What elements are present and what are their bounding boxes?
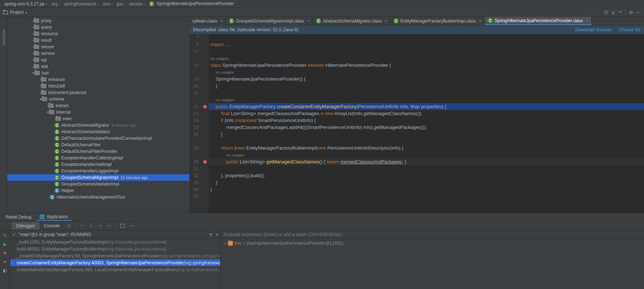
- tree-folder[interactable]: result: [7, 37, 189, 44]
- frame-row[interactable]: _build:1250, EntityManagerFactoryBuilder…: [10, 239, 220, 245]
- restart-frame-icon[interactable]: ↻: [11, 260, 15, 265]
- tree-folder[interactable]: extract: [7, 102, 189, 109]
- tree-class[interactable]: CExceptionHandlerCollectingImpl: [7, 155, 189, 161]
- tree-folder[interactable]: query: [7, 24, 189, 30]
- frame-row[interactable]: _createEntityManagerFactory:58, SpringHi…: [10, 252, 220, 259]
- tree-class-selected[interactable]: CGroupedSchemaMigratorImpl11 minutes ago: [7, 174, 189, 181]
- editor-tab[interactable]: CEntityManagerFactoryBuilderImpl.class×: [391, 17, 485, 25]
- collapse-all-icon[interactable]: [617, 9, 624, 16]
- mute-breakpoints-icon[interactable]: ◐: [2, 267, 8, 273]
- tree-folder[interactable]: internal: [7, 109, 189, 115]
- variable-row[interactable]: › ≡ this = {SpringHibernateJpaPersistenc…: [223, 240, 642, 247]
- svg-rect-0: [3, 11, 8, 14]
- expand-all-icon[interactable]: [610, 9, 617, 16]
- threads-icon[interactable]: [65, 222, 73, 230]
- tree-class[interactable]: CAbstractSchemaValidator: [7, 129, 189, 135]
- frame-row[interactable]: createNativeEntityManagerFactory:365, Lo…: [10, 266, 220, 273]
- breakpoint-icon[interactable]: [203, 105, 207, 109]
- tree-class[interactable]: CExceptionHandlerHaltImpl: [7, 161, 189, 168]
- filter-icon[interactable]: ▼: [209, 232, 213, 237]
- gear-icon[interactable]: [627, 9, 635, 16]
- structure-tool-label[interactable]: Structure: [1, 29, 6, 45]
- close-icon[interactable]: ×: [479, 18, 482, 24]
- evaluate-icon[interactable]: [119, 222, 127, 230]
- step-over-icon[interactable]: [78, 222, 86, 230]
- tree-twisty[interactable]: ›: [223, 241, 228, 246]
- breadcrumb-jar[interactable]: spring-orm-5.3.27.jar: [3, 1, 50, 7]
- tree-folder[interactable]: secure: [7, 44, 189, 50]
- tree-folder[interactable]: service: [7, 50, 189, 57]
- tree-class[interactable]: CExceptionHandlerLoggedImpl: [7, 168, 189, 174]
- check-icon: ✔: [12, 232, 16, 237]
- editor-tab[interactable]: ryBean.class×: [189, 17, 226, 25]
- rerun-icon[interactable]: ↻: [2, 232, 8, 239]
- view-breakpoints-icon[interactable]: ●: [2, 258, 8, 265]
- banner-text: Decompiled .class file, bytecode version…: [193, 27, 298, 32]
- console-subtab[interactable]: Console: [40, 222, 64, 229]
- step-into-icon[interactable]: [87, 222, 95, 230]
- thread-label: "main"@1 in group "main": RUNNING: [19, 232, 91, 237]
- editor-tab[interactable]: CGroupedSchemaMigratorImpl.class×: [226, 17, 313, 25]
- project-view-selector[interactable]: Project: [0, 10, 30, 15]
- more-icon[interactable]: ⋯: [128, 222, 136, 230]
- tree-folder[interactable]: tool: [7, 70, 189, 76]
- variables-list[interactable]: › ≡ this = {SpringHibernateJpaPersistenc…: [221, 239, 644, 289]
- code-text[interactable]: import ... no usages class SpringHiberna…: [209, 34, 644, 213]
- close-icon[interactable]: ×: [307, 18, 310, 24]
- close-icon[interactable]: ×: [220, 18, 223, 24]
- editor-tab-active[interactable]: CSpringHibernateJpaPersistenceProvider.c…: [485, 17, 592, 25]
- tree-class[interactable]: CDefaultSchemaFilterProvider: [7, 148, 189, 155]
- breadcrumb: spring-orm-5.3.27.jar org springframewor…: [0, 0, 644, 8]
- evaluate-expression-input[interactable]: Evaluate expression (Enter) or add a wat…: [221, 231, 644, 239]
- run-to-cursor-icon[interactable]: [106, 222, 114, 230]
- tree-folder[interactable]: hbm2ddl: [7, 83, 189, 89]
- resume-icon[interactable]: ▶: [2, 241, 8, 247]
- step-out-icon[interactable]: [97, 222, 104, 230]
- frames-list[interactable]: _build:1250, EntityManagerFactoryBuilder…: [10, 239, 220, 289]
- tree-class[interactable]: CHibernateSchemaManagementTool: [7, 194, 189, 200]
- tree-class[interactable]: CDefaultSchemaFilter: [7, 142, 189, 148]
- hide-icon[interactable]: —: [635, 9, 642, 16]
- close-icon[interactable]: ×: [586, 18, 589, 23]
- tree-folder[interactable]: enhance: [7, 76, 189, 83]
- breadcrumb-seg[interactable]: vendor: [128, 1, 148, 7]
- tree-class[interactable]: CHelper: [7, 187, 189, 194]
- application-tab[interactable]: Application: [36, 213, 71, 221]
- code-editor[interactable]: 7 8 17 18 19 20 21 22 23 24 25 26 28 29 …: [189, 34, 644, 213]
- tree-folder[interactable]: proxy: [7, 17, 189, 24]
- rebel-debug-tab[interactable]: Rebel Debug:: [2, 214, 36, 220]
- debugger-subtab[interactable]: Debugger: [12, 222, 40, 229]
- tree-class[interactable]: CGroupedSchemaValidatorImpl: [7, 181, 189, 187]
- folder-icon: [34, 71, 40, 75]
- project-view-label: Project: [10, 10, 24, 15]
- breadcrumb-seg[interactable]: springframework: [63, 1, 102, 7]
- tree-folder[interactable]: instrument.javassist: [7, 89, 189, 96]
- breadcrumb-seg[interactable]: orm: [101, 1, 115, 7]
- breakpoint-icon[interactable]: [203, 160, 207, 164]
- tree-folder[interactable]: exec: [7, 115, 189, 122]
- tree-folder[interactable]: sql: [7, 57, 189, 63]
- frame-row[interactable]: build:40002, EntityManagerFactoryBuilder…: [10, 245, 220, 252]
- class-icon: C: [149, 1, 154, 7]
- stop-icon[interactable]: ■: [2, 249, 8, 256]
- editor-tabs: ryBean.class× CGroupedSchemaMigratorImpl…: [189, 17, 644, 25]
- tree-folder[interactable]: resource: [7, 30, 189, 37]
- gutter-icons[interactable]: [201, 34, 209, 213]
- tree-class[interactable]: CDdlTransactionIsolatorProvidedConnectio…: [7, 135, 189, 142]
- locate-icon[interactable]: [602, 9, 610, 16]
- project-tree[interactable]: proxy query resource result secure servi…: [7, 17, 189, 213]
- tree-folder[interactable]: stat: [7, 63, 189, 70]
- folder-icon: [34, 45, 39, 49]
- editor-tab[interactable]: CAbstractSchemaMigrator.class×: [313, 17, 391, 25]
- tree-folder[interactable]: schema: [7, 96, 189, 102]
- separator: [75, 223, 75, 229]
- tree-class[interactable]: CAbstractSchemaMigrator9 minutes ago: [7, 122, 189, 129]
- breadcrumb-class[interactable]: CSpringHibernateJpaPersistenceProvider: [148, 1, 237, 7]
- choose-sources-link[interactable]: Choose So: [619, 27, 640, 32]
- breadcrumb-seg[interactable]: org: [50, 1, 62, 7]
- frame-row-selected[interactable]: ↻createContainerEntityManagerFactory:400…: [10, 259, 220, 266]
- breadcrumb-seg[interactable]: jpa: [115, 1, 128, 7]
- thread-selector[interactable]: ✔ "main"@1 in group "main": RUNNING ▼ ▾: [10, 231, 220, 239]
- close-icon[interactable]: ×: [385, 18, 387, 24]
- download-sources-link[interactable]: Download Sources: [575, 27, 612, 32]
